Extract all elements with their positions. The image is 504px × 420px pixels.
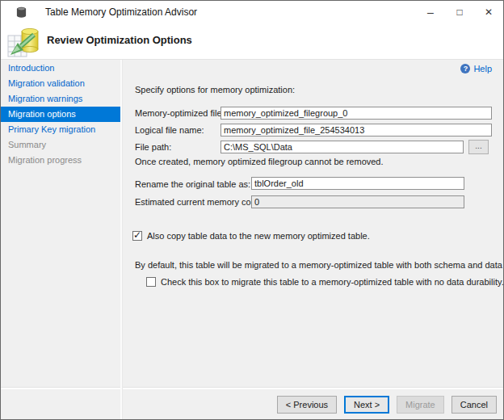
browse-button[interactable]: ... [468, 140, 489, 154]
sidebar-item-migration-progress: Migration progress [1, 153, 120, 168]
sidebar-divider [120, 60, 122, 419]
logical-file-input[interactable] [220, 124, 492, 136]
minimize-button[interactable]: – [416, 1, 445, 23]
footer-buttons: < Previous Next > Migrate Cancel [277, 396, 497, 414]
help-link[interactable]: ? Help [460, 64, 492, 74]
previous-button[interactable]: < Previous [277, 396, 337, 414]
titlebar: Table Memory Optimization Advisor – □ ✕ [1, 1, 503, 23]
cancel-button[interactable]: Cancel [452, 396, 497, 414]
close-button[interactable]: ✕ [474, 1, 503, 23]
wizard-steps-sidebar: Introduction Migration validation Migrat… [1, 61, 120, 168]
next-button[interactable]: Next > [344, 396, 389, 414]
window-title: Table Memory Optimization Advisor [45, 6, 197, 18]
no-durability-checkbox-label: Check this box to migrate this table to … [161, 277, 504, 287]
rename-label: Rename the original table as: [135, 179, 250, 189]
durability-note: By default, this table will be migrated … [135, 260, 504, 270]
copy-data-checkbox[interactable] [132, 231, 142, 241]
database-icon [15, 6, 27, 19]
table-optimization-icon [7, 25, 40, 58]
file-path-label: File path: [135, 142, 171, 152]
window-controls: – □ ✕ [416, 1, 503, 23]
sidebar-item-primary-key-migration[interactable]: Primary Key migration [1, 122, 120, 137]
file-path-input[interactable] [220, 141, 464, 153]
top-band: Table Memory Optimization Advisor – □ ✕ [1, 1, 503, 60]
sidebar-item-migration-warnings[interactable]: Migration warnings [1, 91, 120, 107]
memory-cost-input [251, 195, 464, 208]
intro-text: Specify options for memory optimization: [135, 85, 295, 94]
filegroup-note: Once created, memory optimized filegroup… [135, 157, 384, 166]
help-label: Help [473, 64, 492, 74]
sidebar-item-migration-options[interactable]: Migration options [1, 107, 120, 122]
sidebar-item-summary: Summary [1, 137, 120, 153]
footer-bar: < Previous Next > Migrate Cancel [1, 388, 503, 419]
page-title: Review Optimization Options [47, 34, 192, 46]
logical-file-label: Logical file name: [135, 125, 204, 135]
copy-data-checkbox-label: Also copy table data to the new memory o… [147, 231, 370, 241]
filegroup-input[interactable] [220, 107, 492, 120]
table-memory-optimization-advisor-window: Table Memory Optimization Advisor – □ ✕ [0, 0, 504, 420]
help-icon: ? [460, 64, 470, 74]
sidebar-item-migration-validation[interactable]: Migration validation [1, 76, 120, 91]
rename-input[interactable] [251, 177, 464, 190]
sidebar-item-introduction[interactable]: Introduction [1, 61, 120, 76]
maximize-button[interactable]: □ [445, 1, 474, 23]
no-durability-checkbox[interactable] [146, 277, 156, 287]
migrate-button: Migrate [397, 396, 444, 414]
